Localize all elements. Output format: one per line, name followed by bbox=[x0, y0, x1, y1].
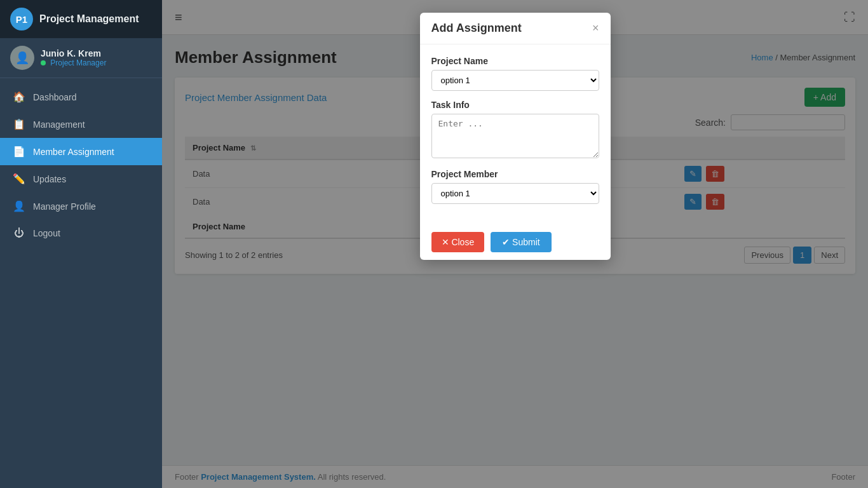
modal-close-button[interactable]: × bbox=[592, 22, 599, 35]
sidebar-item-label: Updates bbox=[33, 174, 66, 184]
avatar: 👤 bbox=[10, 46, 34, 70]
sidebar-item-member-assignment[interactable]: 📄 Member Assignment bbox=[0, 138, 162, 165]
main-content: ≡ ⛶ Member Assignment Home / Member Assi… bbox=[162, 0, 868, 488]
project-member-select[interactable]: option option 1 bbox=[431, 183, 599, 204]
project-name-label: Project Name bbox=[431, 56, 599, 66]
add-assignment-modal: Add Assignment × Project Name option opt… bbox=[420, 13, 611, 260]
app-logo: P1 bbox=[10, 8, 33, 30]
app-title: Project Management bbox=[39, 13, 139, 25]
sidebar-item-management[interactable]: 📋 Management bbox=[0, 111, 162, 138]
dashboard-icon: 🏠 bbox=[13, 91, 25, 103]
modal-title: Add Assignment bbox=[431, 22, 522, 35]
logout-icon: ⏻ bbox=[13, 227, 25, 239]
sidebar-item-label: Logout bbox=[33, 228, 60, 238]
user-role: Project Manager bbox=[41, 58, 106, 67]
submit-button[interactable]: ✔ Submit bbox=[491, 232, 551, 252]
project-name-group: Project Name option option 1 bbox=[431, 56, 599, 91]
project-member-label: Project Member bbox=[431, 169, 599, 179]
sidebar-item-manager-profile[interactable]: 👤 Manager Profile bbox=[0, 193, 162, 220]
sidebar-item-label: Management bbox=[33, 119, 85, 130]
close-modal-button[interactable]: ✕ Close bbox=[431, 232, 485, 252]
sidebar-nav: 🏠 Dashboard 📋 Management 📄 Member Assign… bbox=[0, 78, 162, 488]
task-info-label: Task Info bbox=[431, 100, 599, 110]
updates-icon: ✏️ bbox=[13, 173, 25, 185]
manager-profile-icon: 👤 bbox=[13, 200, 25, 212]
project-member-group: Project Member option option 1 bbox=[431, 169, 599, 204]
modal-overlay: Add Assignment × Project Name option opt… bbox=[162, 0, 868, 488]
task-info-textarea[interactable] bbox=[431, 114, 599, 158]
modal-footer: ✕ Close ✔ Submit bbox=[420, 224, 611, 260]
sidebar-header: P1 Project Management bbox=[0, 0, 162, 38]
member-assignment-icon: 📄 bbox=[13, 146, 25, 158]
sidebar-item-label: Manager Profile bbox=[33, 201, 96, 212]
sidebar: P1 Project Management 👤 Junio K. Krem Pr… bbox=[0, 0, 162, 488]
sidebar-item-label: Dashboard bbox=[33, 92, 77, 102]
sidebar-item-logout[interactable]: ⏻ Logout bbox=[0, 220, 162, 247]
modal-header: Add Assignment × bbox=[420, 13, 611, 44]
user-profile-section: 👤 Junio K. Krem Project Manager bbox=[0, 38, 162, 78]
project-name-select[interactable]: option option 1 bbox=[431, 70, 599, 91]
modal-body: Project Name option option 1 Task Info P… bbox=[420, 44, 611, 224]
sidebar-item-label: Member Assignment bbox=[33, 147, 114, 157]
online-indicator bbox=[41, 60, 46, 65]
sidebar-item-updates[interactable]: ✏️ Updates bbox=[0, 165, 162, 193]
management-icon: 📋 bbox=[13, 118, 25, 130]
user-name: Junio K. Krem bbox=[41, 48, 106, 58]
sidebar-item-dashboard[interactable]: 🏠 Dashboard bbox=[0, 83, 162, 111]
task-info-group: Task Info bbox=[431, 100, 599, 160]
